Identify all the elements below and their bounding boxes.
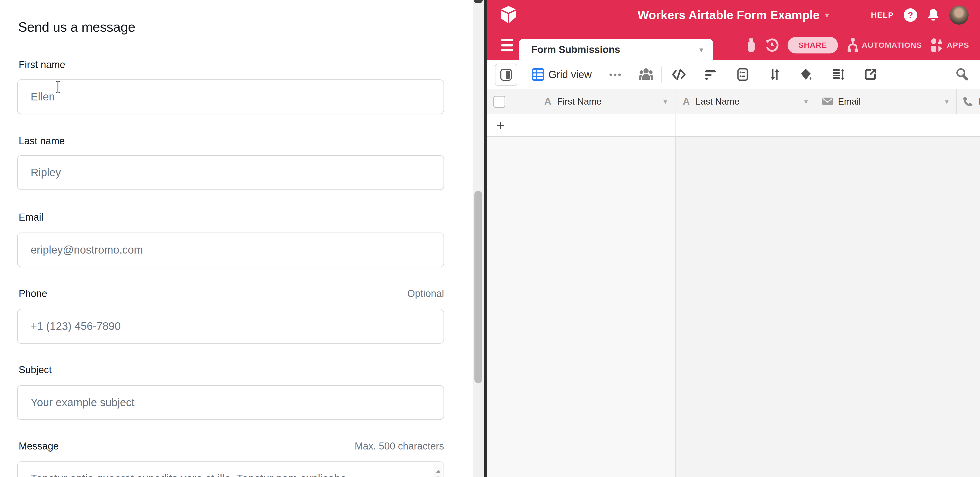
- search-icon[interactable]: [954, 60, 970, 89]
- automations-button[interactable]: AUTOMATIONS: [847, 38, 922, 53]
- subject-input[interactable]: [17, 385, 444, 420]
- email-field-type-icon: [822, 98, 833, 105]
- view-toolbar: Grid view •••: [487, 60, 980, 89]
- apps-button[interactable]: APPS: [931, 38, 969, 52]
- airtable-window: Workers Airtable Form Example ▾ HELP ? F…: [487, 0, 980, 477]
- column-header-phone[interactable]: Phone: [957, 89, 980, 114]
- first-name-input[interactable]: [17, 79, 444, 114]
- color-button[interactable]: [799, 60, 815, 89]
- grid-column-headers: A First Name ▾ A Last Name ▾ Email ▾: [487, 89, 980, 114]
- menu-hamburger-icon[interactable]: [501, 39, 513, 51]
- message-max-chars-note: Max. 500 characters: [355, 441, 444, 452]
- hide-fields-button[interactable]: [671, 60, 687, 89]
- help-button[interactable]: HELP: [871, 11, 894, 19]
- grid-view-icon: [532, 68, 544, 81]
- trash-icon[interactable]: [746, 38, 756, 52]
- airtable-tabbar: Form Submissions ▾: [487, 30, 980, 60]
- automations-icon: [847, 38, 859, 53]
- sort-button[interactable]: [767, 60, 783, 89]
- message-textarea[interactable]: [17, 461, 444, 477]
- phone-field-type-icon: [963, 96, 974, 107]
- column-divider: [675, 137, 676, 477]
- column-header-email[interactable]: Email ▾: [816, 89, 957, 114]
- grid-empty-area: [487, 137, 675, 477]
- screenshot-root: Send us a message First name Last name E…: [0, 0, 980, 477]
- subject-label: Subject: [17, 364, 52, 376]
- view-name: Grid view: [549, 69, 592, 81]
- notifications-bell-icon[interactable]: [927, 8, 940, 22]
- grid-add-row: +: [487, 114, 980, 137]
- text-field-type-icon: A: [682, 96, 690, 107]
- help-question-icon[interactable]: ?: [904, 8, 917, 22]
- scrollbar-top-button[interactable]: [474, 0, 483, 3]
- user-avatar[interactable]: [949, 5, 969, 25]
- tab-caret-icon[interactable]: ▾: [699, 45, 703, 54]
- phone-input[interactable]: [17, 309, 444, 344]
- toolbar-divider: [661, 67, 662, 83]
- email-input[interactable]: [17, 233, 444, 267]
- add-record-button[interactable]: +: [493, 114, 508, 136]
- window-divider: [484, 0, 487, 477]
- share-view-button[interactable]: [862, 60, 878, 89]
- text-field-type-icon: A: [544, 96, 551, 107]
- page-scrollbar[interactable]: [473, 0, 484, 477]
- row-height-button[interactable]: [831, 60, 846, 89]
- column-caret-icon[interactable]: ▾: [804, 97, 808, 106]
- history-icon[interactable]: [765, 38, 779, 52]
- message-label: Message: [17, 441, 59, 452]
- base-title[interactable]: Workers Airtable Form Example: [638, 8, 819, 22]
- scroll-up-arrow-icon[interactable]: [436, 470, 441, 473]
- last-name-label: Last name: [17, 135, 65, 147]
- airtable-topbar: Workers Airtable Form Example ▾ HELP ?: [487, 0, 980, 30]
- tab-form-submissions[interactable]: Form Submissions ▾: [519, 39, 713, 60]
- base-title-caret-icon[interactable]: ▾: [825, 10, 829, 20]
- last-name-input[interactable]: [17, 155, 444, 190]
- apps-icon: [931, 38, 943, 52]
- text-cursor-icon: [54, 81, 61, 93]
- column-caret-icon[interactable]: ▾: [663, 97, 667, 106]
- column-caret-icon[interactable]: ▾: [945, 97, 948, 106]
- group-button[interactable]: [735, 60, 751, 89]
- contact-form-page: Send us a message First name Last name E…: [0, 0, 473, 477]
- filter-button[interactable]: [703, 60, 718, 89]
- collaborators-icon[interactable]: [638, 60, 654, 89]
- email-label: Email: [17, 212, 43, 223]
- share-button[interactable]: SHARE: [788, 37, 838, 54]
- view-options-ellipsis-button[interactable]: •••: [609, 60, 622, 89]
- view-sidebar-toggle-button[interactable]: [495, 63, 517, 86]
- column-header-last-name[interactable]: A Last Name ▾: [675, 89, 816, 114]
- column-divider: [675, 114, 676, 136]
- phone-label: Phone: [17, 288, 47, 299]
- column-header-first-name[interactable]: A First Name ▾: [487, 89, 675, 114]
- page-scrollbar-thumb[interactable]: [474, 191, 482, 383]
- view-switcher[interactable]: Grid view: [532, 60, 592, 89]
- airtable-logo-icon[interactable]: [501, 6, 516, 24]
- first-name-label: First name: [17, 59, 65, 70]
- textarea-scrollbar[interactable]: [434, 463, 442, 477]
- phone-optional-note: Optional: [407, 288, 444, 299]
- form-heading: Send us a message: [18, 19, 135, 35]
